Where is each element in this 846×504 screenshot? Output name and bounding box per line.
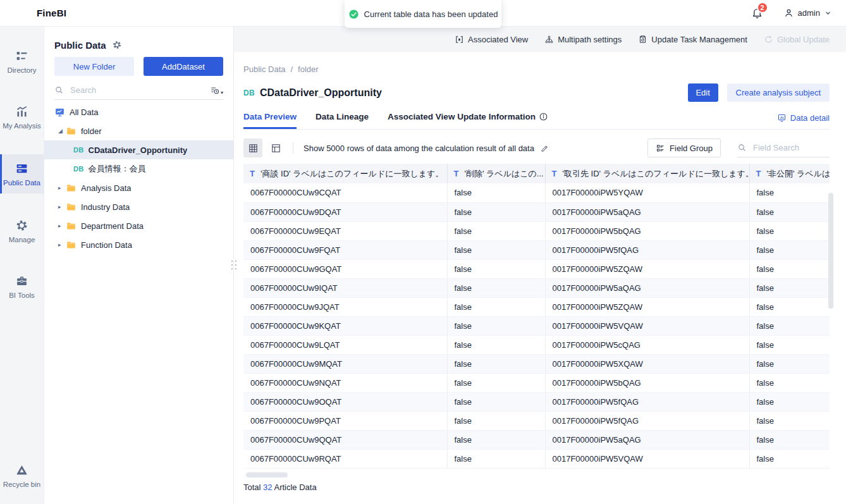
breadcrumb-root[interactable]: Public Data xyxy=(243,65,285,74)
field-search-input[interactable] xyxy=(752,142,823,153)
caret-collapsed-icon[interactable]: ▸ xyxy=(58,185,66,191)
grid-view-button[interactable] xyxy=(243,138,262,157)
table-cell: false xyxy=(447,240,545,259)
table-cell: 0017F00000iPW5aQAG xyxy=(545,278,749,297)
table-row: 0067F00000CUw9FQATfalse0017F00000iPW5fQA… xyxy=(243,240,830,259)
column-header[interactable]: T'削除' ラベルはこの... xyxy=(447,164,545,183)
field-group-icon xyxy=(656,144,665,153)
sidebar-item-bi-tools[interactable]: BI Tools xyxy=(0,268,44,305)
main-top-actions: Associated View Multipath settings xyxy=(234,27,846,52)
edit-button[interactable]: Edit xyxy=(688,83,718,102)
table-layout-view-button[interactable] xyxy=(266,138,285,157)
add-dataset-button[interactable]: AddDataset xyxy=(144,57,223,76)
table-body: 0067F00000CUw9CQATfalse0017F00000iPW5YQA… xyxy=(243,183,830,468)
user-menu[interactable]: admin xyxy=(783,8,832,18)
table-row: 0067F00000CUw9KQATfalse0017F00000iPW5VQA… xyxy=(243,316,830,335)
public-data-icon xyxy=(15,162,28,175)
table-cell: 0017F00000iPW5YQAW xyxy=(545,183,749,202)
text-type-icon: T xyxy=(250,169,255,178)
tree-item-member-info[interactable]: DB 会員情報：会員 xyxy=(44,159,233,178)
associated-view-icon xyxy=(455,35,464,44)
search-icon xyxy=(737,143,747,152)
all-data-monitor-icon xyxy=(54,107,65,118)
table-cell: 0067F00000CUw9GQAT xyxy=(243,259,447,278)
tree-item-department-data[interactable]: ▸ Department Data xyxy=(44,216,233,235)
search-input[interactable] xyxy=(69,85,205,95)
user-icon xyxy=(783,8,794,18)
new-folder-button[interactable]: New Folder xyxy=(54,57,134,76)
tree-item-analysis-data[interactable]: ▸ Analysis Data xyxy=(44,178,233,197)
sidebar-item-directory[interactable]: Directory xyxy=(0,43,44,80)
create-analysis-subject-button[interactable]: Create analysis subject xyxy=(727,83,830,102)
notifications-button[interactable]: 2 xyxy=(751,7,763,19)
multipath-settings-action[interactable]: Multipath settings xyxy=(544,35,622,44)
panel-resize-handle[interactable] xyxy=(231,260,237,270)
table-cell: 0017F00000iPW5bQAG xyxy=(545,373,749,392)
vertical-scrollbar[interactable] xyxy=(828,193,833,309)
tree-item-cdatadriver-opportunity[interactable]: DB CDataDriver_Opportunity xyxy=(44,140,233,159)
column-header[interactable]: T'商談 ID' ラベルはこのフィールドに一致します。 xyxy=(243,164,447,183)
caret-expanded-icon[interactable]: ◢ xyxy=(58,128,66,134)
toast-notification: Current table data has been updated xyxy=(345,0,501,28)
caret-collapsed-icon[interactable]: ▸ xyxy=(58,204,66,210)
sort-by-time-icon[interactable]: ▾ xyxy=(210,85,223,95)
edit-pencil-icon[interactable] xyxy=(540,144,549,153)
total-unit: Article Data xyxy=(274,482,316,492)
tree-item-industry-data[interactable]: ▸ Industry Data xyxy=(44,197,233,216)
folder-icon xyxy=(66,240,77,250)
data-table: T'商談 ID' ラベルはこのフィールドに一致します。 T'削除' ラベルはこの… xyxy=(243,164,830,469)
sidebar-item-recycle-bin[interactable]: Recycle bin xyxy=(0,457,44,494)
tree-item-function-data[interactable]: ▸ Function Data xyxy=(44,235,233,254)
table-cell: false xyxy=(447,449,545,468)
table-cell: 0017F00000iPW5XQAW xyxy=(545,354,749,373)
table-cell: false xyxy=(749,354,830,373)
data-detail-icon xyxy=(777,113,787,123)
breadcrumb-separator: / xyxy=(290,65,293,74)
table-cell: 0067F00000CUw9MQAT xyxy=(243,354,447,373)
table-cell: 0067F00000CUw9DQAT xyxy=(243,202,447,221)
column-header[interactable]: T'非公開' ラベルは xyxy=(749,164,830,183)
my-analysis-icon xyxy=(15,105,28,118)
db-badge: DB xyxy=(73,165,84,173)
table-cell: false xyxy=(447,278,545,297)
sidebar-item-my-analysis[interactable]: My Analysis xyxy=(0,99,44,135)
field-group-button[interactable]: Field Group xyxy=(647,138,721,157)
task-management-icon xyxy=(638,35,647,44)
table-cell: false xyxy=(447,335,545,354)
info-icon[interactable] xyxy=(539,112,548,121)
manage-gear-icon xyxy=(15,219,28,232)
table-cell: 0017F00000iPW5fQAG xyxy=(545,240,749,259)
column-header[interactable]: T'取引先 ID' ラベルはこのフィールドに一致します。 xyxy=(545,164,749,183)
table-cell: 0067F00000CUw9IQAT xyxy=(243,278,447,297)
horizontal-scrollbar[interactable] xyxy=(246,472,288,477)
update-task-management-action[interactable]: Update Task Management xyxy=(638,35,747,44)
table-cell: false xyxy=(447,183,545,202)
text-type-icon: T xyxy=(552,169,557,178)
data-detail-link[interactable]: Data detail xyxy=(777,113,830,129)
tab-associated-view-update-info[interactable]: Associated View Update Information xyxy=(388,112,548,129)
table-cell: 0067F00000CUw9QQAT xyxy=(243,430,447,449)
associated-view-action[interactable]: Associated View xyxy=(455,35,528,44)
global-update-action[interactable]: Global Update xyxy=(764,35,830,44)
folder-icon xyxy=(66,202,77,212)
table-row: 0067F00000CUw9EQATfalse0017F00000iPW5bQA… xyxy=(243,221,830,240)
username: admin xyxy=(798,8,820,18)
table-cell: 0067F00000CUw9KQAT xyxy=(243,316,447,335)
tree-item-all-data[interactable]: All Data xyxy=(44,102,233,121)
sidebar-item-label: Manage xyxy=(9,236,35,243)
sidebar-item-public-data[interactable]: Public Data xyxy=(0,154,44,194)
breadcrumb-current[interactable]: folder xyxy=(298,65,319,74)
folder-icon xyxy=(66,183,77,194)
tab-data-preview[interactable]: Data Preview xyxy=(243,112,297,129)
sidebar-item-manage[interactable]: Manage xyxy=(0,212,44,249)
tree-item-folder[interactable]: ◢ folder xyxy=(44,121,233,140)
divider xyxy=(293,142,293,154)
caret-collapsed-icon[interactable]: ▸ xyxy=(58,242,66,248)
table-cell: false xyxy=(749,278,830,297)
db-badge: DB xyxy=(243,89,255,97)
tab-data-lineage[interactable]: Data Lineage xyxy=(316,112,369,129)
rows-info-text: Show 5000 rows of data among the calcula… xyxy=(303,144,534,153)
settings-gear-icon[interactable] xyxy=(112,40,122,50)
caret-collapsed-icon[interactable]: ▸ xyxy=(58,223,66,229)
table-cell: 0017F00000iPW5aQAG xyxy=(545,430,749,449)
